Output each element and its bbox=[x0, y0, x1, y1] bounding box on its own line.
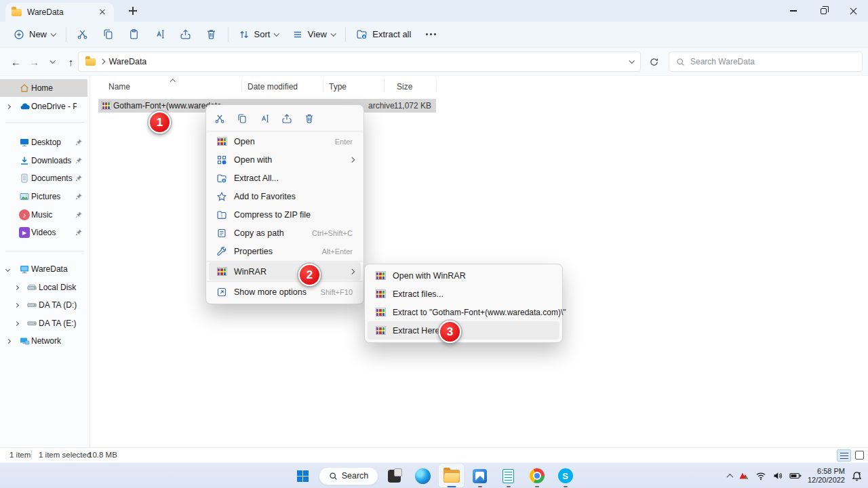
submenu-item-extract-files[interactable]: Extract files... bbox=[368, 285, 559, 303]
sort-button[interactable]: Sort bbox=[232, 24, 285, 45]
copy-button[interactable] bbox=[96, 24, 121, 45]
menu-item-show-more-options[interactable]: Show more options Shift+F10 bbox=[209, 283, 361, 301]
taskbar-edge[interactable] bbox=[410, 464, 435, 487]
volume-icon[interactable] bbox=[772, 470, 783, 481]
menu-item-extract-all[interactable]: Extract All... bbox=[209, 169, 361, 187]
wifi-icon[interactable] bbox=[755, 470, 766, 481]
sidebar-item-label: Music bbox=[31, 210, 77, 220]
taskbar-photos[interactable] bbox=[467, 464, 492, 487]
sidebar-item-onedrive[interactable]: OneDrive - Persona bbox=[0, 98, 87, 115]
desktop-icon bbox=[19, 137, 30, 148]
details-view-button[interactable] bbox=[837, 449, 851, 462]
sidebar-item-label: Downloads bbox=[31, 156, 77, 165]
context-menu-quick-actions bbox=[206, 107, 363, 130]
skype-icon: S bbox=[558, 468, 573, 483]
large-icons-view-button[interactable] bbox=[855, 451, 864, 460]
submenu-item-open-with-winrar[interactable]: Open with WinRAR bbox=[368, 266, 559, 285]
sidebar-item-label: Network bbox=[31, 336, 77, 346]
delete-button[interactable] bbox=[300, 110, 318, 127]
sidebar-item-network[interactable]: Network bbox=[0, 332, 87, 350]
sidebar-item-desktop[interactable]: Desktop bbox=[0, 134, 87, 151]
column-separator[interactable] bbox=[323, 79, 323, 92]
refresh-button[interactable] bbox=[645, 52, 663, 71]
back-button[interactable]: ← bbox=[7, 52, 25, 71]
see-more-button[interactable] bbox=[418, 24, 443, 45]
menu-item-copy-as-path[interactable]: Copy as path Ctrl+Shift+C bbox=[209, 224, 361, 242]
cut-button[interactable] bbox=[211, 110, 229, 127]
submenu-item-extract-to-folder[interactable]: Extract to "Gotham-Font+(www.waredata.co… bbox=[368, 303, 559, 321]
chevron-down-icon bbox=[274, 30, 279, 36]
taskbar-notepad[interactable] bbox=[496, 464, 521, 487]
sidebar-item-home[interactable]: Home bbox=[0, 79, 87, 97]
column-header-name[interactable]: Name bbox=[108, 82, 130, 92]
sidebar-item-label: Documents bbox=[31, 174, 77, 183]
up-button[interactable]: ↑ bbox=[62, 52, 80, 71]
rename-button[interactable] bbox=[256, 110, 273, 127]
recent-locations-button[interactable] bbox=[43, 52, 62, 71]
hidden-icons-chevron[interactable] bbox=[726, 473, 733, 480]
minimize-button[interactable] bbox=[778, 0, 808, 22]
sidebar-item-pictures[interactable]: Pictures bbox=[0, 188, 87, 205]
restore-button[interactable] bbox=[808, 0, 838, 22]
sidebar-item-downloads[interactable]: Downloads bbox=[0, 152, 87, 169]
home-icon bbox=[19, 83, 30, 94]
items-count: 1 item bbox=[9, 451, 31, 459]
menu-item-add-to-favorites[interactable]: Add to Favorites bbox=[209, 187, 361, 205]
selection-size: 10.8 MB bbox=[88, 451, 117, 459]
paste-button[interactable] bbox=[121, 24, 147, 45]
menu-item-label: WinRAR bbox=[234, 267, 267, 277]
antivirus-tray-icon[interactable] bbox=[738, 470, 749, 481]
forward-button[interactable]: → bbox=[25, 52, 43, 71]
rename-button[interactable] bbox=[147, 24, 173, 45]
sidebar-item-local-disk-c[interactable]: Local Disk (C:) bbox=[0, 279, 87, 296]
taskbar-file-explorer[interactable] bbox=[439, 464, 464, 487]
battery-icon[interactable] bbox=[789, 470, 802, 481]
notifications-bell-icon[interactable] bbox=[851, 470, 863, 482]
menu-item-properties[interactable]: Properties Alt+Enter bbox=[209, 242, 361, 260]
menu-item-open-with[interactable]: Open with bbox=[209, 150, 361, 169]
column-header-date-modified[interactable]: Date modified bbox=[248, 82, 298, 92]
start-button[interactable] bbox=[290, 464, 315, 487]
cut-button[interactable] bbox=[70, 24, 96, 45]
menu-item-compress-to-zip[interactable]: Compress to ZIP file bbox=[209, 205, 361, 224]
sidebar-item-documents[interactable]: Documents bbox=[0, 169, 87, 187]
new-tab-button[interactable] bbox=[127, 5, 138, 16]
taskbar-app-dark[interactable] bbox=[382, 464, 407, 487]
tab-waredata[interactable]: WareData bbox=[5, 3, 114, 22]
taskbar-skype[interactable]: S bbox=[553, 464, 578, 487]
address-box[interactable]: WareData bbox=[78, 52, 641, 72]
column-header-type[interactable]: Type bbox=[329, 82, 347, 92]
address-dropdown-icon[interactable] bbox=[629, 58, 634, 64]
menu-item-open[interactable]: Open Enter bbox=[209, 132, 361, 150]
breadcrumb-path[interactable]: WareData bbox=[109, 57, 147, 66]
close-button[interactable] bbox=[838, 0, 868, 22]
sidebar-item-drive-e[interactable]: DA TA (E:) bbox=[0, 314, 87, 332]
column-separator[interactable] bbox=[384, 79, 384, 92]
column-header-size[interactable]: Size bbox=[397, 82, 412, 92]
copy-path-icon bbox=[216, 227, 228, 239]
tab-close-icon[interactable] bbox=[97, 7, 108, 18]
column-separator[interactable] bbox=[436, 79, 437, 92]
taskbar-clock[interactable]: 6:58 PM 12/20/2022 bbox=[808, 467, 845, 485]
sidebar-item-drive-d[interactable]: DA TA (D:) bbox=[0, 296, 87, 314]
sidebar-item-music[interactable]: ♪ Music bbox=[0, 206, 87, 224]
search-box[interactable] bbox=[669, 52, 863, 72]
menu-item-winrar[interactable]: WinRAR bbox=[209, 262, 361, 281]
share-button[interactable] bbox=[173, 24, 199, 45]
chevron-right-icon bbox=[14, 321, 19, 325]
view-button[interactable]: View bbox=[285, 24, 342, 45]
column-separator[interactable] bbox=[241, 79, 242, 92]
menu-item-label: Open with WinRAR bbox=[393, 271, 466, 281]
share-button[interactable] bbox=[278, 110, 296, 127]
extract-all-label: Extract all bbox=[372, 29, 411, 39]
sidebar-item-videos[interactable]: ▶ Videos bbox=[0, 224, 87, 241]
submenu-item-extract-here[interactable]: Extract Here bbox=[368, 321, 559, 340]
taskbar-search[interactable]: Search bbox=[319, 467, 378, 485]
sidebar-item-waredata-pc[interactable]: WareData bbox=[0, 260, 87, 278]
search-input[interactable] bbox=[690, 57, 855, 66]
taskbar-chrome[interactable] bbox=[524, 464, 549, 487]
new-button[interactable]: New bbox=[7, 24, 62, 45]
copy-button[interactable] bbox=[233, 110, 251, 127]
delete-button[interactable] bbox=[199, 24, 224, 45]
extract-all-button[interactable]: Extract all bbox=[349, 24, 418, 45]
